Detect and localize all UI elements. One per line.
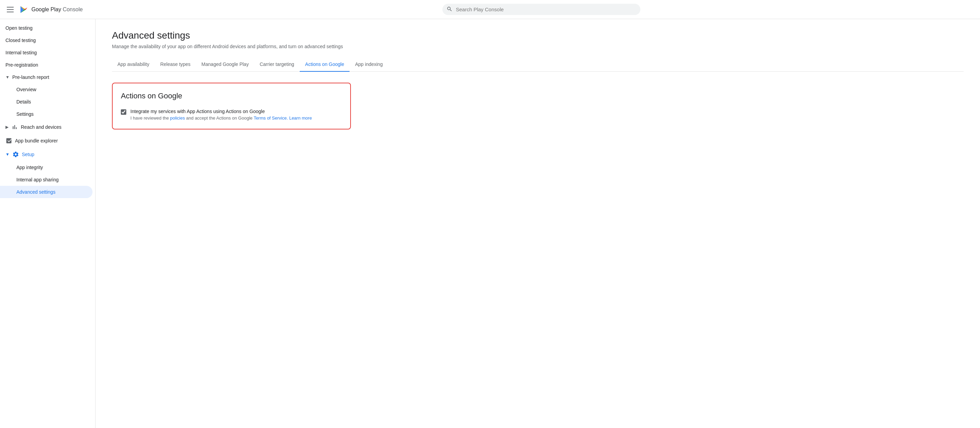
chevron-down-icon-setup: ▼	[5, 152, 10, 157]
sidebar: Open testing Closed testing Internal tes…	[0, 19, 95, 428]
sidebar-item-open-testing[interactable]: Open testing	[0, 22, 92, 34]
sidebar-item-details[interactable]: Details	[0, 96, 92, 108]
sublabel-pre: I have reviewed the	[130, 115, 170, 121]
logo-text: Google Play Console	[32, 6, 83, 13]
console-text: Console	[63, 6, 83, 12]
sidebar-item-reach-and-devices[interactable]: ▶ Reach and devices	[0, 120, 92, 134]
sidebar-item-pre-launch-report[interactable]: ▼ Pre-launch report	[0, 71, 92, 83]
tab-actions-on-google[interactable]: Actions on Google	[300, 57, 350, 72]
policies-link[interactable]: policies	[170, 115, 185, 121]
sidebar-label-pre-launch-report: Pre-launch report	[12, 75, 49, 80]
bundle-icon	[5, 137, 12, 144]
sidebar-label-app-integrity: App integrity	[16, 164, 43, 170]
integrate-checkbox-row: Integrate my services with App Actions u…	[121, 109, 342, 121]
search-input[interactable]	[442, 4, 640, 15]
tabs: App availability Release types Managed G…	[112, 57, 964, 72]
page-title: Advanced settings	[112, 30, 964, 41]
sidebar-item-internal-testing[interactable]: Internal testing	[0, 46, 92, 59]
integrate-checkbox-label: Integrate my services with App Actions u…	[130, 109, 312, 114]
search-icon	[447, 6, 453, 13]
sidebar-label-closed-testing: Closed testing	[5, 38, 36, 43]
tab-managed-google-play[interactable]: Managed Google Play	[196, 57, 254, 72]
main-content: Advanced settings Manage the availabilit…	[95, 19, 980, 428]
integrate-checkbox-sublabel: I have reviewed the policies and accept …	[130, 115, 312, 121]
sidebar-item-settings[interactable]: Settings	[0, 108, 92, 120]
sidebar-label-overview: Overview	[16, 87, 36, 92]
chevron-down-icon: ▼	[5, 75, 10, 80]
tab-app-indexing[interactable]: App indexing	[350, 57, 388, 72]
gear-icon	[12, 151, 19, 158]
card-title: Actions on Google	[121, 91, 342, 101]
sidebar-item-pre-registration[interactable]: Pre-registration	[0, 59, 92, 71]
integrate-label-area: Integrate my services with App Actions u…	[130, 109, 312, 121]
tos-link[interactable]: Terms of Service.	[254, 115, 288, 121]
layout: Open testing Closed testing Internal tes…	[0, 19, 980, 428]
sidebar-label-reach-and-devices: Reach and devices	[21, 125, 62, 130]
sidebar-label-advanced-settings: Advanced settings	[16, 189, 55, 195]
learn-more-link[interactable]: Learn more	[288, 115, 312, 121]
sidebar-label-app-bundle-explorer: App bundle explorer	[15, 138, 58, 144]
page-subtitle: Manage the availability of your app on d…	[112, 44, 964, 49]
sidebar-label-internal-app-sharing: Internal app sharing	[16, 177, 59, 182]
sublabel-mid: and accept the Actions on Google	[185, 115, 254, 121]
sidebar-label-setup: Setup	[22, 152, 35, 157]
sidebar-label-settings: Settings	[16, 111, 34, 117]
search-bar	[442, 4, 640, 15]
sidebar-label-details: Details	[16, 99, 31, 104]
integrate-checkbox-wrap	[121, 109, 126, 116]
topbar: Google Play Console	[0, 0, 980, 19]
integrate-checkbox[interactable]	[121, 109, 126, 115]
sidebar-item-app-integrity[interactable]: App integrity	[0, 161, 92, 174]
sidebar-item-overview[interactable]: Overview	[0, 83, 92, 96]
chart-icon	[11, 124, 18, 131]
hamburger-menu[interactable]	[5, 5, 15, 14]
tab-carrier-targeting[interactable]: Carrier targeting	[254, 57, 300, 72]
logo-area: Google Play Console	[19, 5, 83, 14]
sidebar-item-setup[interactable]: ▼ Setup	[0, 148, 92, 161]
sidebar-item-internal-app-sharing[interactable]: Internal app sharing	[0, 174, 92, 186]
tab-app-availability[interactable]: App availability	[112, 57, 154, 72]
sidebar-label-open-testing: Open testing	[5, 25, 32, 31]
sidebar-item-app-bundle-explorer[interactable]: App bundle explorer	[0, 134, 92, 148]
actions-on-google-card: Actions on Google Integrate my services …	[112, 83, 351, 129]
sidebar-label-internal-testing: Internal testing	[5, 50, 37, 55]
chevron-right-icon: ▶	[5, 125, 8, 129]
tab-release-types[interactable]: Release types	[154, 57, 196, 72]
sidebar-label-pre-registration: Pre-registration	[5, 62, 38, 68]
sidebar-item-advanced-settings[interactable]: Advanced settings	[0, 186, 92, 198]
topbar-left: Google Play Console	[5, 5, 108, 14]
play-logo-icon	[19, 5, 29, 14]
sidebar-item-closed-testing[interactable]: Closed testing	[0, 34, 92, 46]
